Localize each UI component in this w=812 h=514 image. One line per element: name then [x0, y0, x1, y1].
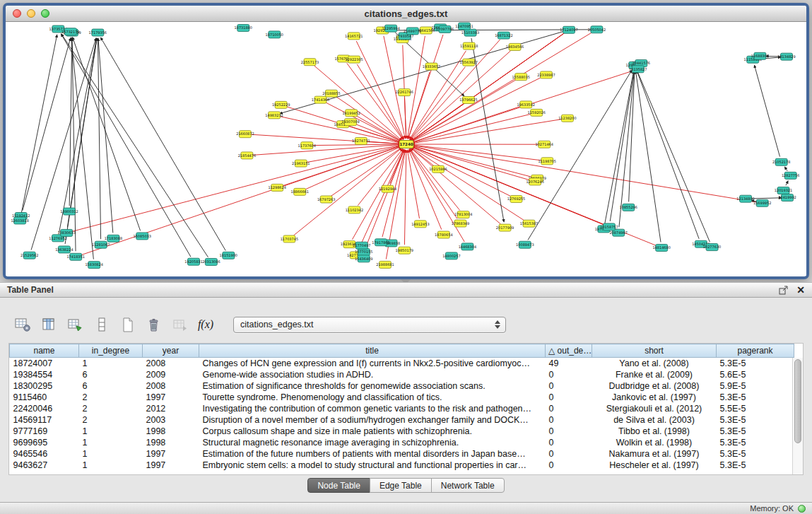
table-cell[interactable]: 2 [79, 403, 143, 414]
table-cell[interactable]: Estimation of the future numbers of pati… [199, 448, 546, 460]
table-cell[interactable]: 2003 [143, 414, 199, 426]
minimize-button[interactable] [27, 9, 35, 18]
table-cell[interactable]: 5.3E-5 [717, 437, 794, 448]
table-cell[interactable]: 2008 [143, 380, 199, 392]
graph-node[interactable]: 14165721 [345, 33, 363, 40]
table-cell[interactable]: Dudbridge et al. (2008) [592, 380, 717, 392]
table-row[interactable]: 946554611997Estimation of the future num… [10, 448, 794, 460]
table-cell[interactable]: Stergiakouli et al. (2012) [592, 403, 717, 414]
table-cell[interactable]: 1 [79, 448, 143, 460]
graph-node[interactable]: 13796625 [459, 97, 477, 104]
graph-node[interactable]: 16797263 [317, 196, 335, 203]
table-cell[interactable]: 1 [79, 437, 143, 448]
graph-node[interactable]: 12603818 [11, 217, 28, 224]
column-header-out-de[interactable]: △ out_de… [546, 344, 592, 358]
graph-node[interactable]: 17418351 [66, 253, 84, 260]
table-cell[interactable]: 1 [79, 426, 143, 437]
graph-node[interactable]: 16135827 [629, 66, 647, 73]
table-row[interactable]: 1938455462009Genome-wide association stu… [10, 369, 794, 380]
graph-node[interactable]: 18134829 [777, 53, 795, 60]
network-table-select[interactable]: citations_edges.txt [233, 317, 506, 333]
table-row[interactable]: 1456911722003Disruption of a novel membe… [10, 414, 794, 426]
table-cell[interactable]: Structural magnetic resonance image aver… [199, 437, 546, 448]
table-cell[interactable]: 1998 [143, 437, 199, 448]
tab-edge-table[interactable]: Edge Table [370, 478, 432, 493]
table-cell[interactable]: 6 [79, 369, 143, 380]
table-scrollbar-thumb[interactable] [794, 359, 801, 443]
table-cell[interactable]: 1998 [143, 426, 199, 437]
graph-node[interactable]: 22557173 [301, 59, 319, 66]
table-options-icon[interactable] [13, 316, 33, 333]
table-cell[interactable]: Wolkin et al. (1998) [592, 437, 717, 448]
graph-node[interactable]: 21052178 [772, 158, 790, 165]
import-table-icon[interactable] [170, 316, 189, 333]
graph-node[interactable]: 14800257 [442, 252, 460, 259]
table-cell[interactable]: 0 [546, 392, 592, 403]
table-scrollbar[interactable] [792, 358, 803, 474]
graph-node[interactable]: 16871322 [495, 32, 512, 39]
table-cell[interactable]: 2008 [143, 358, 199, 369]
table-cell[interactable]: 18300295 [10, 380, 79, 392]
table-cell[interactable]: Corpus callosum shape and size in male p… [199, 426, 546, 437]
graph-node[interactable]: 18151900 [220, 252, 237, 259]
table-cell[interactable]: Yano et al. (2008) [592, 358, 717, 369]
graph-node[interactable]: 22419992 [778, 194, 796, 201]
table-cell[interactable]: 5.6E-5 [717, 369, 794, 380]
show-columns-icon[interactable] [39, 316, 59, 333]
graph-node[interactable]: 21988681 [376, 261, 394, 268]
graph-node[interactable]: 11591118 [460, 42, 478, 49]
graph-node[interactable]: 17124097 [560, 26, 577, 33]
table-cell[interactable]: 2009 [143, 369, 199, 380]
graph-node[interactable]: 18866661 [290, 188, 308, 195]
tab-node-table[interactable]: Node Table [307, 478, 370, 493]
column-header-in-degree[interactable]: in_degree [79, 344, 143, 358]
table-cell[interactable]: Investigating the contribution of common… [199, 403, 546, 414]
table-cell[interactable]: 18724007 [10, 358, 79, 369]
graph-node[interactable]: 15615387 [520, 220, 538, 227]
float-panel-icon[interactable] [779, 286, 788, 295]
graph-node[interactable]: 12827756 [782, 172, 799, 179]
table-row[interactable]: 977716911998Corpus callosum shape and si… [10, 426, 794, 437]
zoom-button[interactable] [41, 9, 49, 18]
graph-node[interactable]: 19205831 [184, 258, 202, 265]
graph-node[interactable]: 10215986 [429, 165, 447, 173]
table-cell[interactable]: 1997 [143, 460, 199, 471]
table-cell[interactable]: 5.3E-5 [717, 426, 794, 437]
graph-node[interactable]: 13638224 [55, 246, 73, 253]
graph-node[interactable]: 19850179 [396, 247, 413, 254]
table-cell[interactable]: de Silva et al. (2003) [592, 414, 717, 426]
network-window-titlebar[interactable]: citations_edges.txt [6, 6, 806, 22]
table-cell[interactable]: 14569117 [10, 414, 79, 426]
graph-node[interactable]: 17097786 [436, 25, 454, 33]
graph-node[interactable]: 19834566 [506, 43, 524, 50]
table-cell[interactable]: 0 [546, 460, 592, 471]
graph-node[interactable]: 10271464 [536, 141, 553, 148]
close-panel-icon[interactable]: ✕ [796, 286, 805, 294]
graph-node[interactable]: 22261746 [395, 89, 413, 96]
graph-node[interactable]: 11592026 [527, 109, 545, 116]
table-cell[interactable]: 2 [79, 392, 143, 403]
table-cell[interactable]: 6 [79, 380, 143, 392]
graph-node[interactable]: 11281067 [92, 241, 110, 248]
graph-node[interactable]: 17813004 [454, 211, 472, 218]
table-cell[interactable]: Tibbo et al. (1998) [592, 426, 717, 437]
table-cell[interactable]: 19384554 [10, 369, 79, 380]
graph-node[interactable]: 19633592 [517, 101, 534, 108]
table-cell[interactable]: 9115460 [10, 392, 79, 403]
graph-node[interactable]: 21529562 [20, 252, 38, 259]
graph-node[interactable]: 15436409 [355, 255, 372, 262]
table-cell[interactable]: 9463627 [10, 460, 79, 471]
column-header-title[interactable]: title [199, 344, 546, 358]
table-cell[interactable]: 0 [546, 380, 592, 392]
graph-node[interactable]: 17179356 [89, 29, 107, 36]
graph-node[interactable]: 21854476 [238, 152, 256, 159]
graph-node[interactable]: 12076245 [526, 178, 543, 185]
graph-hub-node[interactable]: 17240 [399, 141, 413, 148]
graph-node[interactable]: 22338987 [537, 71, 555, 78]
delete-column-icon[interactable] [143, 316, 163, 333]
table-row[interactable]: 1830029562008Estimation of significance … [10, 380, 794, 392]
table-cell[interactable]: 1997 [143, 448, 199, 460]
table-cell[interactable]: 1 [79, 358, 143, 369]
graph-node[interactable]: 14199452 [342, 110, 360, 117]
table-cell[interactable]: 5.3E-5 [717, 392, 794, 403]
